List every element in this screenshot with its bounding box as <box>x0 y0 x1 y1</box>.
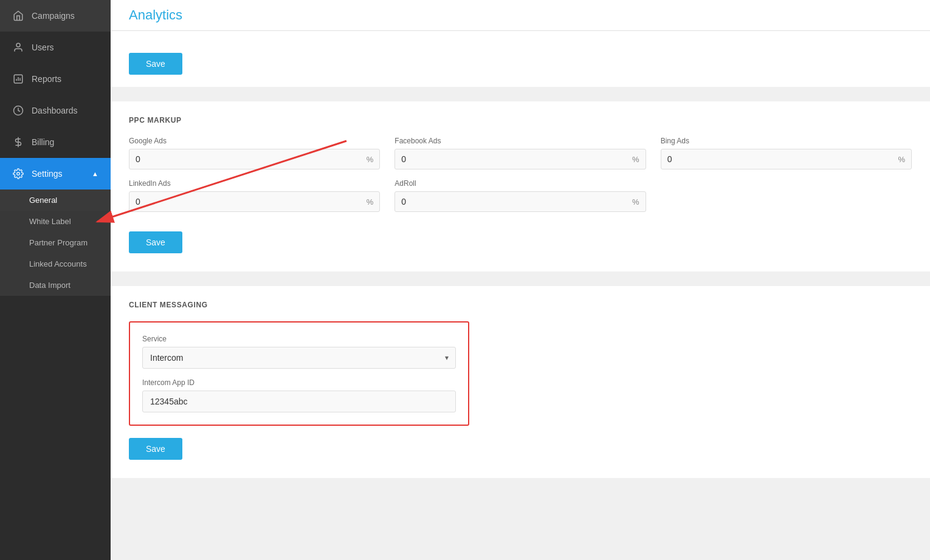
app-id-label: Intercom App ID <box>142 378 456 387</box>
home-icon <box>12 10 24 22</box>
svg-point-0 <box>16 43 20 47</box>
sidebar-item-billing[interactable]: Billing <box>0 126 111 158</box>
page-header: Analytics <box>111 0 930 31</box>
facebook-ads-label: Facebook Ads <box>394 137 646 145</box>
submenu-item-general[interactable]: General <box>0 190 111 211</box>
divider <box>111 94 930 101</box>
linkedin-ads-suffix: % <box>367 197 374 207</box>
linkedin-ads-input[interactable] <box>136 192 364 211</box>
sidebar-item-label: Settings <box>32 169 63 179</box>
sidebar-item-label: Billing <box>32 137 54 147</box>
linkedin-ads-input-wrapper: % <box>129 191 380 212</box>
ppc-save-button[interactable]: Save <box>129 231 182 253</box>
facebook-ads-group: Facebook Ads % <box>394 137 646 169</box>
bing-ads-input[interactable] <box>667 149 896 169</box>
ppc-row-1: Google Ads % Facebook Ads % Bing Ads % <box>129 137 912 169</box>
bing-ads-label: Bing Ads <box>661 137 912 145</box>
adroll-input[interactable] <box>401 192 630 211</box>
user-icon <box>12 41 24 53</box>
google-ads-label: Google Ads <box>129 137 380 145</box>
sidebar-item-label: Users <box>32 43 54 52</box>
messaging-box: Service None Intercom Drift Zendesk ▾ In… <box>129 321 469 426</box>
sidebar-item-dashboards[interactable]: Dashboards <box>0 95 111 126</box>
gear-icon <box>12 168 24 180</box>
facebook-ads-input-wrapper: % <box>394 149 646 169</box>
top-save-area: Save <box>111 31 930 87</box>
submenu-item-data-import[interactable]: Data Import <box>0 275 111 296</box>
app-id-input[interactable] <box>142 391 456 412</box>
bing-ads-suffix: % <box>898 155 905 164</box>
sidebar-item-campaigns[interactable]: Campaigns <box>0 0 111 32</box>
submenu-item-linked-accounts[interactable]: Linked Accounts <box>0 253 111 275</box>
service-label: Service <box>142 335 456 343</box>
sidebar-item-label: Dashboards <box>32 106 78 115</box>
dashboard-icon <box>12 104 24 117</box>
client-messaging-title: CLIENT MESSAGING <box>129 301 912 309</box>
linkedin-ads-label: LinkedIn Ads <box>129 179 380 188</box>
sidebar-item-label: Campaigns <box>32 11 75 21</box>
ppc-markup-title: PPC MARKUP <box>129 116 912 125</box>
google-ads-input-wrapper: % <box>129 149 380 169</box>
ppc-row-2: LinkedIn Ads % AdRoll % <box>129 179 912 212</box>
facebook-ads-input[interactable] <box>401 149 630 169</box>
bing-ads-group: Bing Ads % <box>661 137 912 169</box>
chevron-up-icon: ▲ <box>92 170 98 177</box>
sidebar-item-reports[interactable]: Reports <box>0 63 111 95</box>
app-id-group: Intercom App ID <box>142 378 456 412</box>
submenu-item-white-label[interactable]: White Label <box>0 211 111 232</box>
service-select-wrapper: None Intercom Drift Zendesk ▾ <box>142 347 456 369</box>
facebook-ads-suffix: % <box>632 155 639 164</box>
ppc-markup-section: PPC MARKUP Google Ads % Facebook Ads % B… <box>111 101 930 271</box>
sidebar-item-settings[interactable]: Settings ▲ <box>0 158 111 190</box>
adroll-suffix: % <box>632 197 639 207</box>
service-group: Service None Intercom Drift Zendesk ▾ <box>142 335 456 369</box>
sidebar-item-users[interactable]: Users <box>0 32 111 63</box>
dollar-icon <box>12 136 24 148</box>
service-select[interactable]: None Intercom Drift Zendesk <box>142 347 456 369</box>
adroll-group: AdRoll % <box>394 179 646 212</box>
google-ads-group: Google Ads % <box>129 137 380 169</box>
adroll-input-wrapper: % <box>394 191 646 212</box>
svg-point-7 <box>17 172 20 176</box>
submenu-item-partner-program[interactable]: Partner Program <box>0 232 111 253</box>
top-save-button[interactable]: Save <box>129 53 182 75</box>
sidebar: Campaigns Users Reports Dashboards Billi… <box>0 0 111 560</box>
google-ads-input[interactable] <box>136 149 364 169</box>
adroll-label: AdRoll <box>394 179 646 188</box>
bing-ads-input-wrapper: % <box>661 149 912 169</box>
client-messaging-section: CLIENT MESSAGING Service None Intercom D… <box>111 286 930 478</box>
google-ads-suffix: % <box>367 155 374 164</box>
messaging-save-button[interactable]: Save <box>129 438 182 460</box>
page-title: Analytics <box>129 7 912 23</box>
sidebar-item-label: Reports <box>32 74 61 84</box>
linkedin-ads-group: LinkedIn Ads % <box>129 179 380 212</box>
divider2 <box>111 279 930 286</box>
settings-submenu: General White Label Partner Program Link… <box>0 190 111 296</box>
main-content: Analytics Save PPC MARKUP Google Ads % F… <box>111 0 930 560</box>
report-icon <box>12 73 24 85</box>
